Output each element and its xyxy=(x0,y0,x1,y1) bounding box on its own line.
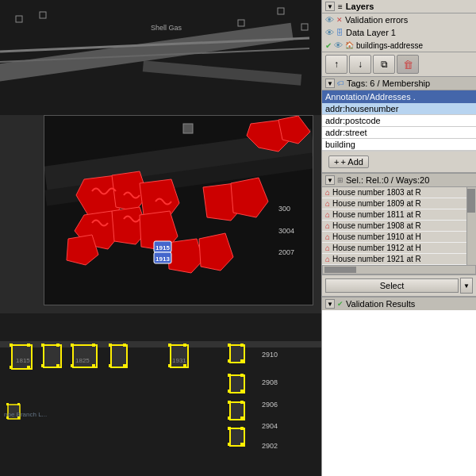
merge-button[interactable]: ⧉ xyxy=(373,55,395,74)
layer-item-buildings[interactable]: ✔ 👁 🏠 buildings-addresse xyxy=(322,39,476,52)
validation-results-header: ▼ ✔ Validation Results xyxy=(322,297,476,310)
svg-rect-77 xyxy=(228,401,231,404)
svg-rect-30 xyxy=(183,124,193,133)
svg-rect-57 xyxy=(183,344,186,347)
selection-section-header: ▼ ⊞ Sel.: Rel.:0 / Ways:20 xyxy=(322,173,476,187)
annotation-label: Annotation/Addresses . xyxy=(325,92,416,102)
svg-rect-82 xyxy=(228,427,231,430)
svg-rect-45 xyxy=(71,344,74,347)
svg-rect-3 xyxy=(278,8,284,14)
tag-row-street[interactable]: addr:street xyxy=(322,127,476,139)
tag-icon: 🏷 xyxy=(337,79,344,87)
svg-text:1915: 1915 xyxy=(155,244,170,251)
dropdown-arrow-icon: ▼ xyxy=(463,282,470,290)
house-item-1809[interactable]: ⌂ House number 1809 at R xyxy=(322,198,466,209)
building-icon: 🏠 xyxy=(345,41,354,49)
select-arrow-button[interactable]: ▼ xyxy=(460,278,473,294)
house-item-1912[interactable]: ⌂ House number 1912 at H xyxy=(322,243,466,254)
horizontal-scrollbar[interactable] xyxy=(322,265,476,274)
map-area[interactable]: Shell Gas xyxy=(0,0,321,476)
scrollbar-thumb[interactable] xyxy=(467,189,475,213)
house-item-1908[interactable]: ⌂ House number 1908 at R xyxy=(322,221,466,232)
svg-rect-40 xyxy=(41,344,44,347)
svg-rect-34 xyxy=(10,344,13,347)
eye-icon-data1: 👁 xyxy=(325,28,334,37)
svg-rect-83 xyxy=(240,427,244,430)
svg-rect-41 xyxy=(56,344,60,347)
svg-rect-58 xyxy=(168,364,171,367)
svg-rect-75 xyxy=(240,390,244,393)
right-panel: ▼ ≡ Layers 👁 ✕ Validation errors 👁 🗄 Dat… xyxy=(321,0,476,476)
down-arrow-icon: ↓ xyxy=(358,59,363,70)
house-icon-5: ⌂ xyxy=(325,232,330,241)
tag-row-building[interactable]: building xyxy=(322,139,476,151)
layers-collapse-btn[interactable]: ▼ xyxy=(325,2,335,11)
layer-label-data1: Data Layer 1 xyxy=(346,28,396,37)
svg-text:noe Branch L...: noe Branch L... xyxy=(4,411,47,418)
select-dropdown[interactable]: Select xyxy=(325,278,459,293)
svg-rect-31 xyxy=(0,313,321,476)
sel-collapse-btn[interactable]: ▼ xyxy=(325,175,335,185)
svg-text:1815: 1815 xyxy=(16,357,30,364)
map-main[interactable]: 1915 1913 300 3004 2007 xyxy=(44,115,313,305)
delete-button[interactable]: 🗑 xyxy=(397,55,419,74)
yellow-buildings-svg: 1815 1825 1931 2910 xyxy=(0,313,321,476)
layers-title: Layers xyxy=(346,2,374,11)
h-scrollbar-thumb[interactable] xyxy=(324,267,356,273)
svg-rect-2 xyxy=(238,20,244,26)
select-label: Select xyxy=(380,281,405,290)
layer-item-validation[interactable]: 👁 ✕ Validation errors xyxy=(322,13,476,26)
list-scrollbar[interactable] xyxy=(466,187,476,265)
layer-item-data1[interactable]: 👁 🗄 Data Layer 1 xyxy=(322,26,476,39)
tag-key-housenumber: addr:housenumber xyxy=(325,104,398,113)
house-list: ⌂ House number 1803 at R ⌂ House number … xyxy=(322,187,466,265)
svg-rect-74 xyxy=(228,390,231,393)
svg-rect-51 xyxy=(109,344,112,347)
tags-section-header: ▼ 🏷 Tags: 6 / Membership xyxy=(322,77,476,90)
move-down-button[interactable]: ↓ xyxy=(349,55,371,74)
merge-icon: ⧉ xyxy=(381,59,388,70)
svg-rect-72 xyxy=(228,374,231,377)
house-label-1811: House number 1811 at R xyxy=(332,210,421,219)
svg-rect-70 xyxy=(240,359,244,363)
house-icon-6: ⌂ xyxy=(325,244,330,252)
svg-rect-36 xyxy=(10,366,13,369)
layers-section-header: ▼ ≡ Layers xyxy=(322,0,476,13)
delete-icon: 🗑 xyxy=(403,59,413,71)
tags-collapse-btn[interactable]: ▼ xyxy=(325,79,335,88)
tag-row-postcode[interactable]: addr:postcode xyxy=(322,115,476,127)
house-icon-1: ⌂ xyxy=(325,188,330,197)
validation-label: Validation Results xyxy=(346,299,415,309)
layers-icon: ≡ xyxy=(338,2,343,11)
house-item-1803[interactable]: ⌂ House number 1803 at R xyxy=(322,187,466,198)
tag-key-postcode: addr:postcode xyxy=(325,116,381,125)
house-label-1910: House number 1910 at H xyxy=(332,232,421,241)
house-label-1912: House number 1912 at H xyxy=(332,244,421,252)
map-top: Shell Gas xyxy=(0,0,321,115)
warning-icon-validation: ✕ xyxy=(336,16,343,24)
tags-table-container: Annotation/Addresses . addr:housenumber … xyxy=(322,90,476,152)
validation-collapse-btn[interactable]: ▼ xyxy=(325,299,335,309)
svg-text:2908: 2908 xyxy=(262,378,278,386)
tags-title: Tags: 6 / Membership xyxy=(347,79,430,88)
check-icon-validation: ✔ xyxy=(337,300,344,308)
svg-text:2906: 2906 xyxy=(262,401,278,409)
add-tag-button[interactable]: + + Add xyxy=(328,155,369,168)
svg-rect-88 xyxy=(17,403,20,405)
selection-title: Sel.: Rel.:0 / Ways:20 xyxy=(346,175,429,185)
svg-rect-79 xyxy=(228,416,231,420)
tags-actions: + + Add xyxy=(322,152,476,173)
house-item-1921[interactable]: ⌂ House number 1921 at R xyxy=(322,254,466,265)
tag-row-housenumber[interactable]: addr:housenumber xyxy=(322,103,476,115)
svg-rect-67 xyxy=(228,344,231,347)
check-icon-buildings: ✔ xyxy=(325,41,332,50)
house-label-1803: House number 1803 at R xyxy=(332,188,421,197)
house-item-1910[interactable]: ⌂ House number 1910 at H xyxy=(322,232,466,243)
house-item-1811[interactable]: ⌂ House number 1811 at R xyxy=(322,209,466,221)
svg-text:300: 300 xyxy=(278,205,290,213)
svg-text:1913: 1913 xyxy=(155,255,170,263)
move-up-button[interactable]: ↑ xyxy=(325,55,347,74)
svg-rect-85 xyxy=(240,443,244,446)
svg-rect-80 xyxy=(240,416,244,420)
svg-rect-42 xyxy=(41,364,44,367)
